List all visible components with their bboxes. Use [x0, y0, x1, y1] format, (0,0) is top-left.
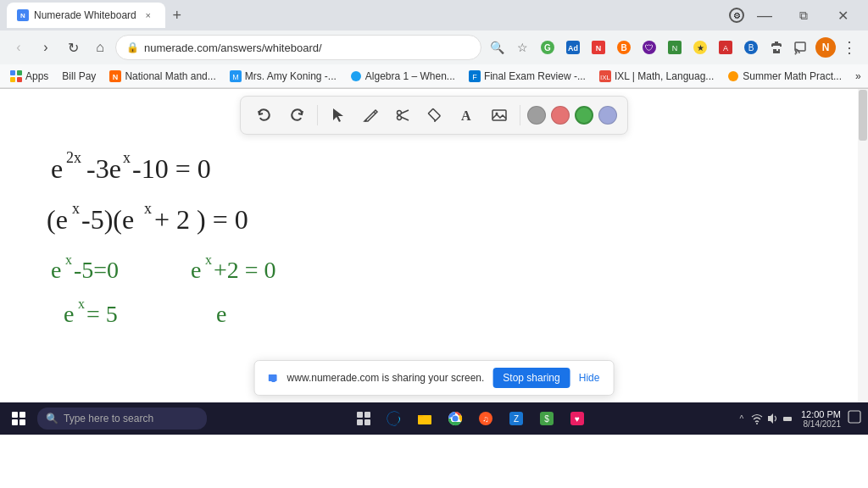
tab-close-button[interactable]: ×	[142, 8, 155, 22]
ext6-icon[interactable]: N	[663, 36, 687, 59]
undo-button[interactable]	[251, 102, 278, 129]
svg-text:x: x	[123, 149, 131, 166]
svg-text:+ 2 ) = 0: + 2 ) = 0	[154, 204, 248, 235]
app6-taskbar[interactable]: Z	[503, 405, 530, 432]
scrollbar-thumb[interactable]	[859, 90, 867, 141]
taskbar-search[interactable]: 🔍 Type here to search	[37, 408, 207, 430]
bookmark-final-exam[interactable]: F Final Exam Review -...	[465, 70, 589, 82]
forward-button[interactable]: ›	[34, 36, 58, 59]
scrollbar[interactable]	[858, 89, 868, 402]
color-lavender[interactable]	[598, 106, 617, 125]
color-gray[interactable]	[527, 106, 546, 125]
minimize-button[interactable]: —	[746, 7, 783, 24]
svg-text:N: N	[672, 44, 678, 53]
bookmark-billpay[interactable]: Bill Pay	[58, 70, 99, 82]
pen-tool-button[interactable]	[357, 102, 384, 129]
windows-logo-icon	[12, 412, 25, 425]
svg-point-33	[728, 71, 738, 81]
bookmark-apps[interactable]: Apps	[7, 70, 52, 82]
redo-button[interactable]	[283, 102, 310, 129]
svg-rect-44	[428, 108, 440, 120]
svg-line-42	[401, 110, 409, 114]
edge-browser-taskbar[interactable]	[381, 405, 408, 432]
svg-text:+2 = 0: +2 = 0	[214, 257, 276, 283]
bookmark-national-math[interactable]: N National Math and...	[106, 70, 219, 82]
svg-rect-47	[492, 110, 506, 120]
ext5-icon[interactable]: 🛡	[637, 36, 661, 59]
hide-button[interactable]: Hide	[579, 372, 600, 384]
svg-text:G: G	[544, 43, 551, 53]
tab-title: Numerade Whiteboard	[34, 9, 136, 21]
bookmark-amy-koning[interactable]: M Mrs. Amy Koning -...	[226, 70, 340, 82]
svg-text:M: M	[232, 73, 239, 81]
home-button[interactable]: ⌂	[88, 36, 112, 59]
svg-rect-73	[357, 419, 363, 425]
task-view-button[interactable]	[350, 405, 377, 432]
start-button[interactable]	[0, 402, 37, 435]
file-explorer-taskbar[interactable]	[411, 405, 438, 432]
back-button[interactable]: ‹	[7, 36, 31, 59]
svg-text:F: F	[472, 73, 477, 81]
clock-date: 8/14/2021	[804, 419, 842, 429]
close-button[interactable]: ✕	[824, 7, 861, 24]
restore-button[interactable]: ⧉	[785, 7, 822, 24]
text-tool-button[interactable]: A	[453, 102, 481, 129]
ext2-icon[interactable]: Ad	[561, 36, 585, 59]
image-tool-button[interactable]	[486, 102, 513, 129]
ext3-icon[interactable]: N	[587, 36, 610, 59]
refresh-button[interactable]: ↻	[61, 36, 85, 59]
app7-taskbar[interactable]: $	[533, 405, 560, 432]
cursor-tool-button[interactable]	[325, 102, 352, 129]
svg-point-19	[795, 53, 797, 55]
svg-text:= 5: = 5	[86, 301, 118, 327]
address-bar[interactable]: 🔒 numerade.com/answers/whiteboard/	[115, 35, 481, 60]
svg-text:N: N	[596, 44, 602, 53]
pencil-icon[interactable]	[781, 412, 794, 425]
chrome-taskbar[interactable]	[442, 405, 469, 432]
svg-text:e: e	[51, 153, 63, 184]
lock-icon: 🔒	[126, 42, 139, 53]
svg-text:x: x	[78, 297, 85, 311]
whiteboard-area[interactable]: A e 2x -3e x -10 = 0 (e x -5)(e x + 2 )	[0, 89, 868, 402]
svg-text:-5)(e: -5)(e	[81, 204, 134, 235]
tray-expand-button[interactable]: ^	[735, 412, 748, 425]
ext4-icon[interactable]: B	[612, 36, 636, 59]
browser-settings-icon[interactable]: ⚙	[729, 8, 744, 23]
scissors-tool-button[interactable]	[389, 102, 416, 129]
browser-menu-button[interactable]: ⋮	[837, 36, 861, 59]
notification-center-button[interactable]	[848, 410, 861, 427]
search-nav-button[interactable]: 🔍	[485, 36, 509, 59]
color-green[interactable]	[575, 106, 593, 125]
svg-point-86	[756, 423, 758, 424]
network-icon[interactable]	[750, 412, 764, 425]
new-tab-button[interactable]: +	[165, 3, 189, 27]
profile-button[interactable]: N	[815, 37, 836, 58]
active-tab[interactable]: N Numerade Whiteboard ×	[7, 3, 165, 28]
bookmark-algebra[interactable]: Algebra 1 – When...	[347, 70, 459, 82]
bookmark-star-button[interactable]: ☆	[510, 36, 534, 59]
svg-text:♥: ♥	[575, 414, 580, 424]
svg-rect-88	[783, 417, 792, 421]
ext1-icon[interactable]: G	[536, 36, 559, 59]
ext9-icon[interactable]: B	[739, 36, 763, 59]
app8-taskbar[interactable]: ♥	[564, 405, 591, 432]
color-pink[interactable]	[551, 106, 570, 125]
cast-button[interactable]	[790, 36, 814, 59]
stop-sharing-button[interactable]: Stop sharing	[492, 368, 570, 388]
taskbar-search-icon: 🔍	[46, 413, 58, 424]
svg-text:e: e	[64, 301, 74, 327]
svg-marker-38	[333, 108, 343, 122]
highlighter-tool-button[interactable]	[421, 102, 448, 129]
taskbar-search-placeholder: Type here to search	[64, 413, 153, 424]
system-clock[interactable]: 12:00 PM 8/14/2021	[798, 409, 844, 429]
ext8-icon[interactable]: A	[714, 36, 737, 59]
bookmark-summer-math[interactable]: Summer Math Pract...	[724, 70, 845, 82]
bookmark-more[interactable]: »	[852, 70, 865, 82]
speaker-icon[interactable]	[765, 412, 779, 425]
app5-taskbar[interactable]: ♫	[472, 405, 499, 432]
extensions-button[interactable]	[765, 36, 788, 59]
browser-chrome: N Numerade Whiteboard × + ⚙ — ⧉ ✕ ‹ › ↻ …	[0, 0, 868, 89]
ext7-icon[interactable]: ★	[688, 36, 712, 59]
svg-text:B: B	[748, 43, 754, 53]
bookmark-ixl[interactable]: IXL IXL | Math, Languag...	[596, 70, 717, 82]
